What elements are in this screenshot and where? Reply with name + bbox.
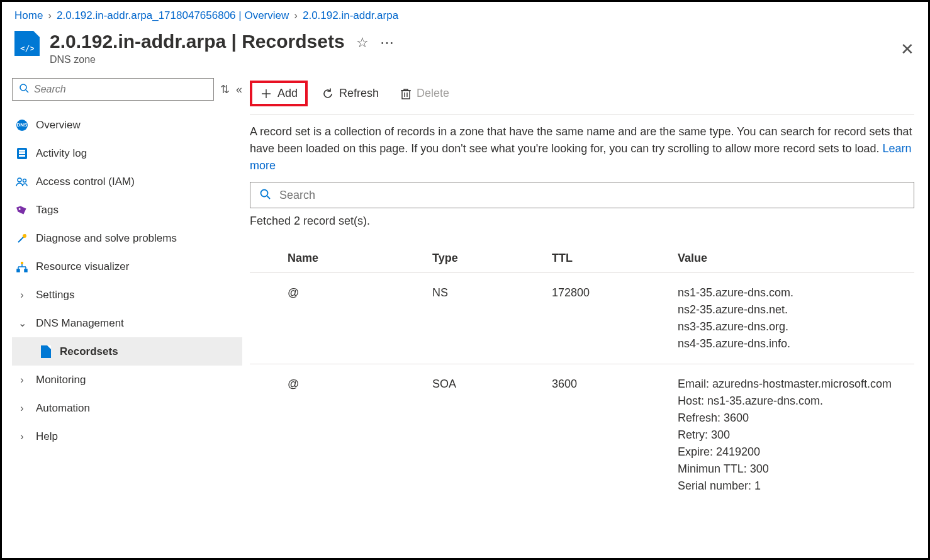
wrench-icon — [16, 233, 28, 244]
svg-point-3 — [18, 178, 21, 182]
favorite-star-icon[interactable]: ☆ — [356, 35, 369, 51]
description-text: A record set is a collection of records … — [250, 115, 914, 182]
plus-icon — [260, 87, 272, 100]
dns-icon: DNS — [16, 120, 28, 131]
col-value[interactable]: Value — [671, 244, 914, 273]
refresh-icon — [322, 87, 334, 100]
trash-icon — [400, 87, 412, 100]
cell-ttl: 3600 — [546, 364, 671, 507]
col-name[interactable]: Name — [281, 244, 426, 273]
hierarchy-icon — [16, 261, 28, 272]
sidebar-item-label: Resource visualizer — [36, 260, 129, 273]
cell-type: SOA — [426, 364, 546, 507]
recordset-file-icon — [40, 345, 52, 358]
col-ttl[interactable]: TTL — [546, 244, 671, 273]
recordsets-table: Name Type TTL Value @NS172800ns1-35.azur… — [250, 244, 914, 506]
sidebar-item-label: Access control (IAM) — [36, 176, 135, 188]
sidebar-item-dns-management[interactable]: ⌄ DNS Management — [12, 309, 242, 337]
breadcrumb-home[interactable]: Home — [14, 9, 43, 22]
chevron-right-icon: › — [16, 403, 28, 414]
svg-point-4 — [23, 179, 26, 182]
chevron-right-icon: › — [48, 9, 52, 22]
chevron-right-icon: › — [16, 374, 28, 386]
table-row[interactable]: @NS172800ns1-35.azure-dns.com.ns2-35.azu… — [250, 273, 914, 364]
svg-line-2 — [26, 90, 28, 92]
sidebar-item-label: Automation — [36, 402, 90, 415]
sidebar-item-tags[interactable]: Tags — [12, 196, 242, 224]
sidebar-item-monitoring[interactable]: › Monitoring — [12, 366, 242, 394]
refresh-button-label: Refresh — [339, 87, 379, 100]
col-type[interactable]: Type — [426, 244, 546, 273]
sidebar-item-automation[interactable]: › Automation — [12, 394, 242, 422]
sidebar-item-overview[interactable]: DNS Overview — [12, 111, 242, 139]
activity-log-icon — [16, 148, 28, 159]
sidebar-item-label: DNS Management — [36, 317, 124, 330]
delete-button: Delete — [393, 83, 457, 104]
sidebar-item-visualizer[interactable]: Resource visualizer — [12, 252, 242, 281]
sidebar-search-input[interactable] — [34, 84, 207, 95]
svg-rect-16 — [402, 91, 410, 99]
chevron-down-icon: ⌄ — [16, 317, 28, 329]
sidebar-item-recordsets[interactable]: Recordsets — [12, 337, 242, 366]
dns-zone-file-icon: </> — [14, 31, 40, 56]
svg-point-6 — [23, 234, 26, 238]
sidebar-item-label: Activity log — [36, 147, 87, 160]
recordset-search-input[interactable] — [279, 189, 905, 202]
cell-name: @ — [281, 273, 426, 364]
main-content: Add Refresh Delete A record set is a col… — [246, 78, 918, 552]
more-ellipsis-icon[interactable]: ⋯ — [380, 35, 394, 51]
svg-text:</>: </> — [20, 43, 34, 52]
people-icon — [16, 177, 28, 187]
svg-rect-13 — [25, 269, 27, 272]
search-icon — [19, 83, 29, 96]
add-button-label: Add — [277, 87, 298, 100]
expand-collapse-icon[interactable]: ⇅ — [220, 82, 230, 96]
svg-line-21 — [267, 196, 271, 199]
cell-name: @ — [281, 364, 426, 507]
cell-value: Email: azuredns-hostmaster.microsoft.com… — [671, 364, 914, 507]
chevron-right-icon: › — [294, 9, 298, 22]
sidebar-item-label: Overview — [36, 119, 81, 132]
chevron-right-icon: › — [16, 289, 28, 301]
sidebar-item-settings[interactable]: › Settings — [12, 281, 242, 309]
breadcrumb-overview[interactable]: 2.0.192.in-addr.arpa_1718047656806 | Ove… — [57, 9, 289, 22]
table-row[interactable]: @SOA3600Email: azuredns-hostmaster.micro… — [250, 364, 914, 507]
sidebar-item-label: Diagnose and solve problems — [36, 232, 177, 245]
svg-rect-12 — [17, 269, 20, 272]
add-button[interactable]: Add — [250, 81, 308, 106]
close-icon[interactable]: ✕ — [900, 40, 914, 59]
sidebar-item-label: Recordsets — [60, 345, 118, 358]
sidebar: ⇅ « DNS Overview Activity log Access con… — [12, 78, 246, 552]
cell-type: NS — [426, 273, 546, 364]
refresh-button[interactable]: Refresh — [314, 83, 386, 104]
cell-ttl: 172800 — [546, 273, 671, 364]
collapse-sidebar-icon[interactable]: « — [236, 83, 242, 96]
delete-button-label: Delete — [417, 87, 449, 100]
resource-type-label: DNS zone — [50, 54, 345, 65]
tag-icon — [14, 203, 30, 218]
recordset-search[interactable] — [250, 182, 914, 208]
svg-point-20 — [261, 190, 268, 197]
sidebar-item-diagnose[interactable]: Diagnose and solve problems — [12, 224, 242, 252]
sidebar-item-activity-log[interactable]: Activity log — [12, 139, 242, 167]
svg-rect-7 — [21, 262, 23, 264]
page-title: 2.0.192.in-addr.arpa | Recordsets — [50, 31, 345, 52]
chevron-right-icon: › — [16, 431, 28, 442]
fetched-count: Fetched 2 record set(s). — [250, 215, 914, 228]
sidebar-item-label: Help — [36, 430, 58, 443]
search-icon — [259, 188, 271, 202]
sidebar-item-help[interactable]: › Help — [12, 422, 242, 451]
svg-point-1 — [20, 84, 26, 91]
sidebar-item-label: Monitoring — [36, 374, 86, 386]
sidebar-search[interactable] — [12, 78, 214, 101]
sidebar-item-label: Tags — [36, 204, 59, 216]
sidebar-item-iam[interactable]: Access control (IAM) — [12, 167, 242, 196]
toolbar: Add Refresh Delete — [250, 78, 914, 115]
breadcrumb: Home › 2.0.192.in-addr.arpa_171804765680… — [12, 8, 918, 28]
cell-value: ns1-35.azure-dns.com.ns2-35.azure-dns.ne… — [671, 273, 914, 364]
page-header: </> 2.0.192.in-addr.arpa | Recordsets DN… — [12, 28, 918, 78]
breadcrumb-zone[interactable]: 2.0.192.in-addr.arpa — [303, 9, 398, 22]
sidebar-item-label: Settings — [36, 289, 74, 301]
